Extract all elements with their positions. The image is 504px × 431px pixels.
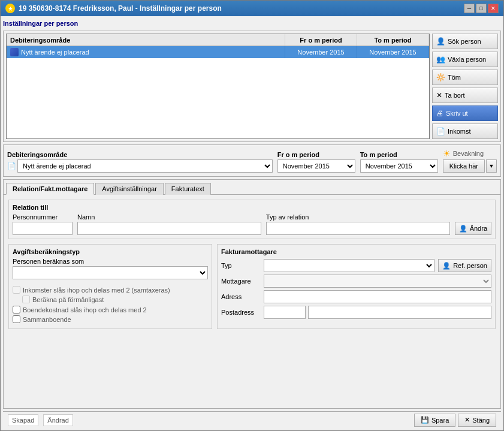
- andra-button[interactable]: 👤 Ändra: [455, 222, 491, 235]
- debiteringsomrade-select[interactable]: Nytt ärende ej placerad: [17, 159, 273, 173]
- bevakning-arrow-button[interactable]: ▼: [486, 159, 497, 173]
- sammanboende-checkbox[interactable]: [13, 315, 20, 323]
- tom-icon: 🔆: [436, 73, 445, 82]
- tom-button[interactable]: 🔆 Töm: [432, 70, 498, 85]
- sok-person-icon: 👤: [436, 37, 445, 46]
- skapad-status: Skapad: [8, 414, 38, 426]
- berakna-label: Beräkna på förmånligast: [32, 296, 104, 303]
- debiteringsomrade-label: Debiteringsområde: [7, 151, 273, 158]
- from-period-label: Fr o m period: [277, 151, 355, 158]
- stang-button[interactable]: ✕ Stäng: [458, 414, 496, 427]
- mottagare-label: Mottagare: [221, 278, 260, 285]
- mottagare-select[interactable]: [264, 275, 491, 288]
- inkomst-icon: 📄: [436, 127, 445, 135]
- ta-bort-button[interactable]: ✕ Ta bort: [432, 88, 498, 103]
- typ-label: Typ av relation: [266, 213, 450, 221]
- avgifts-title: Avgiftsberäkningstyp: [13, 248, 208, 255]
- window-content: Inställningar per person Debiteringsområ…: [1, 16, 503, 430]
- tabs-header: Relation/Fakt.mottagare Avgiftsinställni…: [4, 180, 500, 195]
- boendekostnad-label: Boendekostnad slås ihop och delas med 2: [23, 306, 147, 314]
- inkomst-button[interactable]: 📄 Inkomst: [432, 123, 498, 139]
- postadress-city-input[interactable]: [308, 306, 491, 319]
- row-icon: [10, 48, 19, 56]
- top-section-label: Inställningar per person: [3, 19, 501, 28]
- personen-select[interactable]: [13, 266, 208, 279]
- personnummer-input[interactable]: [13, 222, 73, 235]
- cell-area: Nytt ärende ej placerad: [7, 46, 285, 58]
- boendekostnad-row: Boendekostnad slås ihop och delas med 2: [13, 306, 208, 314]
- tab-avgifts[interactable]: Avgiftsinställningar: [95, 183, 164, 195]
- relation-section: Relation till Personnummer Namn Typ av r…: [8, 200, 496, 239]
- postadress-row: Postadress: [221, 306, 491, 319]
- table-header: Debiteringsområde Fr o m period To m per…: [7, 34, 429, 46]
- cell-to: November 2015: [357, 46, 429, 58]
- adress-row: Adress: [221, 290, 491, 303]
- debiteringsomrade-group: Debiteringsområde 📄 Nytt ärende ej place…: [7, 151, 273, 173]
- ref-person-icon: 👤: [442, 262, 451, 270]
- tabs-area: Relation/Fakt.mottagare Avgiftsinställni…: [3, 179, 501, 409]
- andra-group: 👤 Ändra: [455, 213, 491, 235]
- col-area: Debiteringsområde: [7, 34, 285, 46]
- bevakning-icon: ☀: [443, 149, 451, 158]
- main-window: ★ 19 350630-8174 Fredriksson, Paul - Ins…: [0, 0, 504, 431]
- bevakning-section: ☀ Bevakning Klicka här ▼: [443, 149, 497, 173]
- typ-input[interactable]: [266, 222, 450, 235]
- inkomster-checkbox[interactable]: [13, 286, 20, 294]
- vaxla-person-button[interactable]: 👥 Växla person: [432, 52, 498, 67]
- berakna-checkbox[interactable]: [22, 296, 30, 303]
- doc-icon: 📄: [7, 162, 16, 170]
- cell-from: November 2015: [285, 46, 357, 58]
- window-icon: ★: [5, 4, 15, 13]
- col-from: Fr o m period: [285, 34, 357, 46]
- from-period-group: Fr o m period November 2015: [277, 151, 355, 173]
- data-table: Debiteringsområde Fr o m period To m per…: [6, 34, 430, 139]
- ta-bort-icon: ✕: [436, 91, 442, 100]
- andrad-status: Ändrad: [43, 414, 73, 426]
- klicka-har-button[interactable]: Klicka här: [443, 159, 485, 173]
- bottom-buttons: 💾 Spara ✕ Stäng: [414, 414, 496, 427]
- relation-title: Relation till: [13, 204, 491, 211]
- bevakning-row: Klicka här ▼: [443, 159, 497, 173]
- faktura-typ-label: Typ: [221, 262, 260, 269]
- skriv-ut-button[interactable]: 🖨 Skriv ut: [432, 106, 498, 121]
- from-period-select[interactable]: November 2015: [277, 159, 355, 173]
- debiteringsomrade-row: Debiteringsområde 📄 Nytt ärende ej place…: [7, 149, 497, 173]
- sammanboende-label: Sammanboende: [23, 316, 71, 323]
- personnummer-group: Personnummer: [13, 213, 73, 235]
- andra-icon: 👤: [459, 225, 467, 233]
- berakna-row: Beräkna på förmånligast: [13, 296, 208, 303]
- to-period-select[interactable]: November 2015: [360, 159, 438, 173]
- typ-group: Typ av relation: [266, 213, 450, 235]
- sok-person-button[interactable]: 👤 Sök person: [432, 34, 498, 49]
- minimize-button[interactable]: ─: [464, 4, 475, 13]
- tab-faktura[interactable]: Fakturatext: [165, 183, 211, 195]
- status-bar: Skapad Ändrad 💾 Spara ✕ Stäng: [3, 411, 501, 428]
- typ-row: Typ 👤 Ref. person: [221, 259, 491, 272]
- personen-label: Personen beräknas som: [13, 258, 208, 265]
- stang-icon: ✕: [464, 416, 470, 424]
- vaxla-person-icon: 👥: [436, 55, 445, 64]
- spara-icon: 💾: [421, 416, 429, 424]
- namn-input[interactable]: [77, 222, 261, 235]
- tab-relation[interactable]: Relation/Fakt.mottagare: [6, 183, 94, 195]
- mottagare-row: Mottagare: [221, 275, 491, 288]
- postadress-inputs: [264, 306, 491, 319]
- ref-person-button[interactable]: 👤 Ref. person: [438, 259, 491, 272]
- faktura-typ-select[interactable]: [264, 259, 434, 272]
- window-title: 19 350630-8174 Fredriksson, Paul - Instä…: [19, 4, 222, 13]
- spara-button[interactable]: 💾 Spara: [414, 414, 455, 427]
- table-row[interactable]: Nytt ärende ej placerad November 2015 No…: [7, 46, 429, 58]
- bottom-sections: Avgiftsberäkningstyp Personen beräknas s…: [8, 244, 496, 329]
- postadress-code-input[interactable]: [264, 306, 306, 319]
- tab-content: Relation till Personnummer Namn Typ av r…: [4, 195, 500, 408]
- close-button[interactable]: ✕: [488, 4, 499, 13]
- personnummer-label: Personnummer: [13, 213, 73, 221]
- adress-input[interactable]: [264, 290, 491, 303]
- maximize-button[interactable]: □: [476, 4, 487, 13]
- avgifts-section: Avgiftsberäkningstyp Personen beräknas s…: [8, 244, 212, 329]
- form-section: Debiteringsområde 📄 Nytt ärende ej place…: [3, 144, 501, 177]
- boendekostnad-checkbox[interactable]: [13, 306, 20, 314]
- postadress-label: Postadress: [221, 309, 260, 316]
- namn-group: Namn: [77, 213, 261, 235]
- to-period-label: To m period: [360, 151, 438, 158]
